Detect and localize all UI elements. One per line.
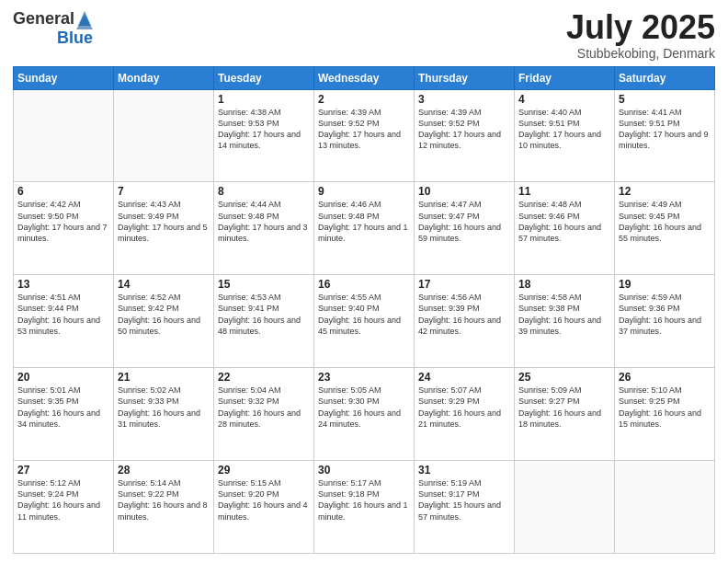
calendar-day-cell	[14, 89, 114, 182]
calendar-day-cell: 15Sunrise: 4:53 AM Sunset: 9:41 PM Dayli…	[214, 275, 314, 368]
calendar-day-cell	[615, 461, 715, 554]
day-info: Sunrise: 4:39 AM Sunset: 9:52 PM Dayligh…	[418, 107, 510, 152]
calendar-week-row: 27Sunrise: 5:12 AM Sunset: 9:24 PM Dayli…	[14, 461, 715, 554]
logo: General Blue	[13, 9, 93, 48]
day-number: 4	[518, 93, 610, 106]
day-number: 11	[518, 185, 610, 198]
calendar-day-cell: 8Sunrise: 4:44 AM Sunset: 9:48 PM Daylig…	[214, 182, 314, 275]
calendar-day-cell: 20Sunrise: 5:01 AM Sunset: 9:35 PM Dayli…	[14, 368, 114, 461]
day-number: 29	[218, 464, 310, 477]
calendar-day-cell: 7Sunrise: 4:43 AM Sunset: 9:49 PM Daylig…	[114, 182, 214, 275]
location: Stubbekobing, Denmark	[566, 46, 715, 61]
calendar-day-cell	[114, 89, 214, 182]
day-info: Sunrise: 4:52 AM Sunset: 9:42 PM Dayligh…	[118, 292, 210, 337]
day-info: Sunrise: 4:49 AM Sunset: 9:45 PM Dayligh…	[619, 199, 711, 244]
calendar-table: SundayMondayTuesdayWednesdayThursdayFrid…	[13, 66, 715, 554]
day-info: Sunrise: 5:12 AM Sunset: 9:24 PM Dayligh…	[17, 477, 109, 523]
calendar-day-cell: 26Sunrise: 5:10 AM Sunset: 9:25 PM Dayli…	[615, 368, 715, 461]
day-info: Sunrise: 5:10 AM Sunset: 9:25 PM Dayligh…	[619, 385, 711, 430]
calendar-day-cell: 14Sunrise: 4:52 AM Sunset: 9:42 PM Dayli…	[114, 275, 214, 368]
day-number: 5	[619, 93, 711, 106]
calendar-day-cell: 31Sunrise: 5:19 AM Sunset: 9:17 PM Dayli…	[415, 461, 515, 554]
calendar-day-cell: 22Sunrise: 5:04 AM Sunset: 9:32 PM Dayli…	[214, 368, 314, 461]
calendar-day-cell: 24Sunrise: 5:07 AM Sunset: 9:29 PM Dayli…	[415, 368, 515, 461]
day-info: Sunrise: 5:02 AM Sunset: 9:33 PM Dayligh…	[118, 385, 210, 430]
day-number: 28	[118, 464, 210, 477]
day-info: Sunrise: 4:58 AM Sunset: 9:38 PM Dayligh…	[518, 292, 610, 337]
calendar-day-header: Monday	[114, 66, 214, 89]
calendar-day-header: Saturday	[615, 66, 715, 89]
calendar-day-cell: 21Sunrise: 5:02 AM Sunset: 9:33 PM Dayli…	[114, 368, 214, 461]
calendar-day-header: Tuesday	[214, 66, 314, 89]
day-number: 30	[318, 464, 410, 477]
calendar-day-header: Sunday	[14, 66, 114, 89]
day-info: Sunrise: 5:04 AM Sunset: 9:32 PM Dayligh…	[218, 385, 310, 430]
calendar-day-cell	[515, 461, 615, 554]
title-area: July 2025 Stubbekobing, Denmark	[566, 9, 715, 61]
day-info: Sunrise: 5:05 AM Sunset: 9:30 PM Dayligh…	[318, 385, 410, 430]
day-number: 10	[418, 185, 510, 198]
day-number: 19	[619, 278, 711, 291]
day-number: 15	[218, 278, 310, 291]
day-info: Sunrise: 4:38 AM Sunset: 9:53 PM Dayligh…	[218, 107, 310, 152]
header: General Blue July 2025 Stubbekobing, Den…	[13, 9, 715, 61]
day-info: Sunrise: 4:42 AM Sunset: 9:50 PM Dayligh…	[17, 199, 109, 244]
calendar-day-cell: 2Sunrise: 4:39 AM Sunset: 9:52 PM Daylig…	[314, 89, 415, 182]
day-info: Sunrise: 5:17 AM Sunset: 9:18 PM Dayligh…	[318, 477, 410, 523]
calendar-day-cell: 17Sunrise: 4:56 AM Sunset: 9:39 PM Dayli…	[415, 275, 515, 368]
calendar-day-cell: 3Sunrise: 4:39 AM Sunset: 9:52 PM Daylig…	[415, 89, 515, 182]
day-number: 8	[218, 185, 310, 198]
day-info: Sunrise: 4:53 AM Sunset: 9:41 PM Dayligh…	[218, 292, 310, 337]
day-number: 24	[418, 371, 510, 384]
day-number: 18	[518, 278, 610, 291]
day-info: Sunrise: 4:47 AM Sunset: 9:47 PM Dayligh…	[418, 199, 510, 244]
calendar-day-cell: 11Sunrise: 4:48 AM Sunset: 9:46 PM Dayli…	[515, 182, 615, 275]
day-info: Sunrise: 5:19 AM Sunset: 9:17 PM Dayligh…	[418, 477, 510, 523]
day-info: Sunrise: 4:44 AM Sunset: 9:48 PM Dayligh…	[218, 199, 310, 244]
day-number: 23	[318, 371, 410, 384]
calendar-day-cell: 5Sunrise: 4:41 AM Sunset: 9:51 PM Daylig…	[615, 89, 715, 182]
day-info: Sunrise: 4:39 AM Sunset: 9:52 PM Dayligh…	[318, 107, 410, 152]
day-info: Sunrise: 5:07 AM Sunset: 9:29 PM Dayligh…	[418, 385, 510, 430]
svg-marker-1	[76, 15, 93, 29]
calendar-week-row: 1Sunrise: 4:38 AM Sunset: 9:53 PM Daylig…	[14, 89, 715, 182]
logo-icon	[76, 9, 93, 29]
day-number: 9	[318, 185, 410, 198]
calendar-day-cell: 9Sunrise: 4:46 AM Sunset: 9:48 PM Daylig…	[314, 182, 415, 275]
day-info: Sunrise: 4:40 AM Sunset: 9:51 PM Dayligh…	[518, 107, 610, 152]
day-number: 16	[318, 278, 410, 291]
calendar-day-cell: 1Sunrise: 4:38 AM Sunset: 9:53 PM Daylig…	[214, 89, 314, 182]
calendar-day-cell: 10Sunrise: 4:47 AM Sunset: 9:47 PM Dayli…	[415, 182, 515, 275]
day-number: 22	[218, 371, 310, 384]
calendar-day-cell: 4Sunrise: 4:40 AM Sunset: 9:51 PM Daylig…	[515, 89, 615, 182]
logo-blue-text: Blue	[57, 29, 93, 48]
day-number: 13	[17, 278, 109, 291]
calendar-day-header: Thursday	[415, 66, 515, 89]
day-info: Sunrise: 5:14 AM Sunset: 9:22 PM Dayligh…	[118, 477, 210, 523]
day-info: Sunrise: 5:01 AM Sunset: 9:35 PM Dayligh…	[17, 385, 109, 430]
calendar-header-row: SundayMondayTuesdayWednesdayThursdayFrid…	[14, 66, 715, 89]
calendar-week-row: 6Sunrise: 4:42 AM Sunset: 9:50 PM Daylig…	[14, 182, 715, 275]
calendar-day-cell: 27Sunrise: 5:12 AM Sunset: 9:24 PM Dayli…	[14, 461, 114, 554]
calendar-week-row: 13Sunrise: 4:51 AM Sunset: 9:44 PM Dayli…	[14, 275, 715, 368]
day-number: 6	[17, 185, 109, 198]
day-info: Sunrise: 5:15 AM Sunset: 9:20 PM Dayligh…	[218, 477, 310, 523]
day-info: Sunrise: 4:56 AM Sunset: 9:39 PM Dayligh…	[418, 292, 510, 337]
month-title: July 2025	[566, 9, 715, 46]
day-info: Sunrise: 5:09 AM Sunset: 9:27 PM Dayligh…	[518, 385, 610, 430]
calendar-day-cell: 19Sunrise: 4:59 AM Sunset: 9:36 PM Dayli…	[615, 275, 715, 368]
day-number: 3	[418, 93, 510, 106]
calendar-day-cell: 16Sunrise: 4:55 AM Sunset: 9:40 PM Dayli…	[314, 275, 415, 368]
day-number: 21	[118, 371, 210, 384]
day-info: Sunrise: 4:59 AM Sunset: 9:36 PM Dayligh…	[619, 292, 711, 337]
page: General Blue July 2025 Stubbekobing, Den…	[0, 0, 728, 563]
day-number: 26	[619, 371, 711, 384]
day-info: Sunrise: 4:46 AM Sunset: 9:48 PM Dayligh…	[318, 199, 410, 244]
day-info: Sunrise: 4:43 AM Sunset: 9:49 PM Dayligh…	[118, 199, 210, 244]
calendar-day-cell: 29Sunrise: 5:15 AM Sunset: 9:20 PM Dayli…	[214, 461, 314, 554]
day-info: Sunrise: 4:48 AM Sunset: 9:46 PM Dayligh…	[518, 199, 610, 244]
day-number: 17	[418, 278, 510, 291]
day-number: 7	[118, 185, 210, 198]
day-number: 12	[619, 185, 711, 198]
calendar-day-cell: 18Sunrise: 4:58 AM Sunset: 9:38 PM Dayli…	[515, 275, 615, 368]
